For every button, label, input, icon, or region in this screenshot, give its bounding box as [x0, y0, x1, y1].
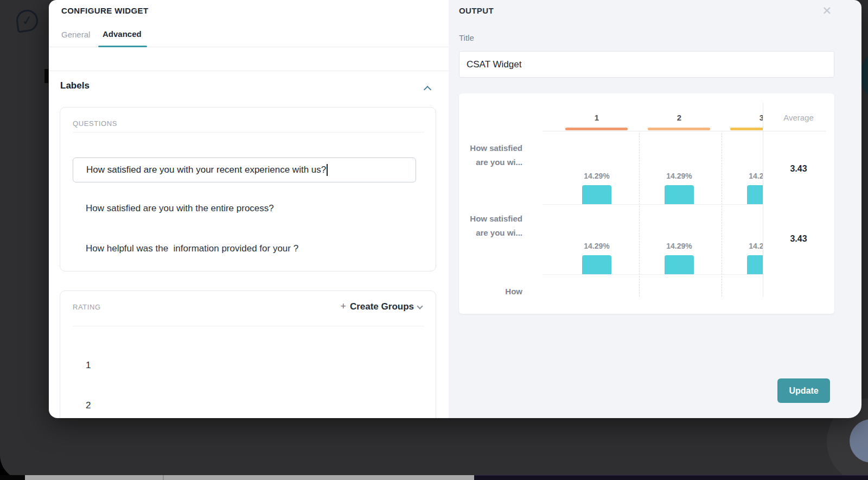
chart-row-label: How satisfied are you wi...: [469, 212, 522, 240]
taskbar-divider: [163, 475, 164, 480]
column-header: 3: [729, 113, 763, 122]
taskbar-gray-segment: [25, 475, 474, 480]
configure-widget-modal: CONFIGURE WIDGET General Advanced Labels…: [49, 0, 861, 418]
chart-bar: [747, 255, 763, 274]
create-groups-button[interactable]: + Create Groups: [340, 301, 423, 312]
bar-value-label: 14.29%: [647, 242, 712, 250]
chevron-down-icon: [418, 303, 423, 308]
chart-bar: [582, 185, 611, 204]
column-underline: [565, 128, 628, 130]
title-field-label: Title: [459, 33, 474, 42]
output-panel: OUTPUT ✕ Title How satisfied are you wi.…: [449, 0, 861, 418]
chevron-up-icon[interactable]: [425, 86, 431, 92]
update-button[interactable]: Update: [777, 378, 830, 403]
row-divider: [542, 204, 763, 205]
column-dashed-separator: [722, 133, 722, 296]
row-divider: [542, 274, 763, 275]
column-underline: [730, 128, 763, 130]
active-tab-underline: [98, 46, 147, 47]
modal-title: CONFIGURE WIDGET: [61, 6, 149, 15]
average-column-header: Average: [763, 113, 834, 122]
text-cursor: [327, 164, 328, 176]
rating-item[interactable]: 1: [86, 360, 91, 371]
average-column-separator: [763, 103, 763, 296]
chart-bar: [665, 185, 694, 204]
chart-bar: [582, 255, 611, 274]
rating-header: RATING: [73, 303, 101, 311]
bar-value-label: 14.29%: [564, 172, 629, 180]
output-header: OUTPUT: [459, 6, 494, 15]
questions-card: QUESTIONS How satisfied are you with you…: [60, 107, 436, 271]
average-value: 3.43: [763, 234, 834, 244]
column-underline: [648, 128, 710, 130]
questions-header: QUESTIONS: [73, 119, 117, 128]
plus-icon: +: [340, 301, 346, 312]
column-header: 1: [564, 113, 629, 122]
labels-section-title: Labels: [60, 80, 90, 91]
chart-row-label: How: [469, 285, 522, 299]
question-edit-input[interactable]: How satisfied are you with your recent e…: [73, 157, 416, 182]
bar-value-label: 14.29%: [564, 242, 629, 250]
taskbar-left-corner: [0, 475, 25, 480]
chart-preview: How satisfied are you wi... How satisfie…: [459, 93, 834, 314]
tab-general[interactable]: General: [61, 30, 90, 39]
rating-divider: [73, 326, 424, 326]
chart-row-label: How satisfied are you wi...: [469, 141, 522, 169]
column-dashed-separator: [639, 133, 640, 296]
background-page-text-fragment: [44, 69, 48, 83]
bar-value-label: 14.29%: [647, 172, 712, 180]
widget-title-input[interactable]: [459, 51, 834, 78]
rating-card: RATING + Create Groups 1 2: [60, 290, 436, 418]
section-divider: [49, 71, 449, 71]
chart-bar: [665, 255, 694, 274]
taskbar-dark-segment: [474, 475, 868, 480]
questions-divider: [73, 132, 424, 132]
configure-panel: CONFIGURE WIDGET General Advanced Labels…: [49, 0, 449, 418]
bar-value-label: 14.29%: [729, 242, 763, 250]
question-item[interactable]: How satisfied are you with the entire pr…: [86, 203, 274, 214]
column-header: 2: [647, 113, 712, 122]
average-value: 3.43: [763, 164, 834, 174]
bar-value-label: 14.29%: [729, 172, 763, 180]
tab-advanced[interactable]: Advanced: [103, 29, 142, 39]
question-item[interactable]: How helpful was the information provided…: [86, 243, 298, 254]
taskbar: [0, 475, 868, 480]
create-groups-label: Create Groups: [350, 301, 414, 312]
rating-item[interactable]: 2: [86, 400, 91, 411]
chart-columns-area: 1 2 3 14.29% 14.29% 14.29% 14.29% 14.29%…: [542, 93, 763, 314]
close-icon[interactable]: ✕: [822, 4, 832, 17]
chart-bar: [747, 185, 763, 204]
question-edit-value: How satisfied are you with your recent e…: [86, 165, 326, 175]
